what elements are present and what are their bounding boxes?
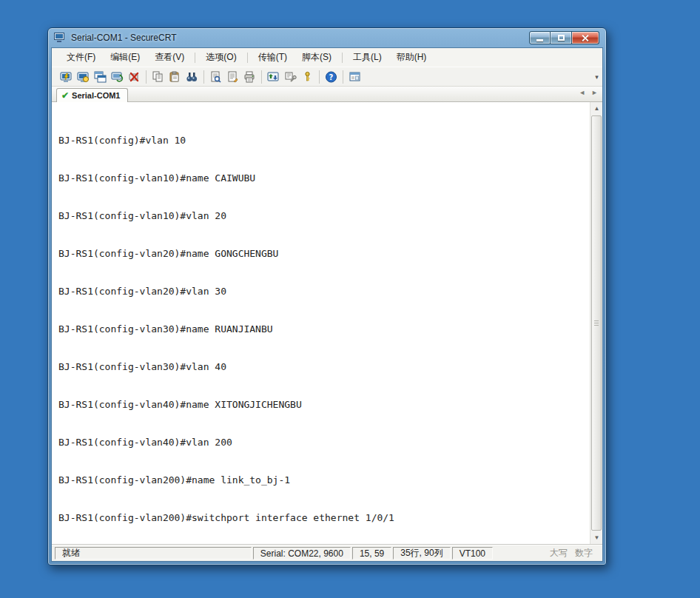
status-cursor-position: 15, 59 xyxy=(352,547,391,560)
menu-separator xyxy=(195,53,195,63)
quick-connect-icon[interactable] xyxy=(58,69,75,84)
tab-scroll-left-icon[interactable] xyxy=(579,89,585,96)
toolbar-separator xyxy=(203,70,204,84)
menu-tools[interactable]: 工具(L) xyxy=(346,48,389,67)
connected-check-icon xyxy=(61,90,69,101)
menu-script[interactable]: 脚本(S) xyxy=(295,48,339,67)
maximize-button[interactable] xyxy=(551,31,572,44)
help-icon[interactable]: ? xyxy=(323,69,340,84)
terminal-line: BJ-RS1(config-vlan40)#name XITONGJICHENG… xyxy=(58,398,583,411)
menu-edit[interactable]: 编辑(E) xyxy=(103,48,147,67)
tab-scroll-right-icon[interactable] xyxy=(591,89,598,96)
status-caps-lock: 大写 xyxy=(550,547,568,560)
window-title: Serial-COM1 - SecureCRT xyxy=(71,33,176,43)
terminal-area[interactable]: BJ-RS1(config)#vlan 10 BJ-RS1(config-vla… xyxy=(52,102,602,545)
menu-view[interactable]: 查看(V) xyxy=(147,48,192,67)
menu-bar: 文件(F) 编辑(E) 查看(V) 选项(O) 传输(T) 脚本(S) 工具(L… xyxy=(52,48,602,67)
file-transfer-icon[interactable] xyxy=(265,69,282,84)
vertical-scrollbar[interactable] xyxy=(590,102,602,544)
reconnect-icon[interactable] xyxy=(109,69,126,84)
status-serial: Serial: COM22, 9600 xyxy=(253,547,351,560)
session-options-icon[interactable] xyxy=(282,69,299,84)
close-button[interactable] xyxy=(572,31,599,44)
terminal-line: BJ-RS1(config-vlan20)#vlan 30 xyxy=(58,285,583,298)
terminal-line: BJ-RS1(config-vlan40)#vlan 200 xyxy=(58,436,583,448)
menu-separator xyxy=(342,53,343,63)
minimize-button[interactable] xyxy=(529,31,551,44)
securecrt-window: Serial-COM1 - SecureCRT 文件(F) 编辑(E) 查看(V… xyxy=(47,27,607,565)
terminal-output: BJ-RS1(config)#vlan 10 BJ-RS1(config-vla… xyxy=(52,102,602,545)
maximize-icon xyxy=(558,35,565,41)
terminal-line: BJ-RS1(config-vlan200)#name link_to_bj-1 xyxy=(58,474,583,486)
page-setup-icon[interactable] xyxy=(224,69,241,84)
connect-in-tab-icon[interactable] xyxy=(92,69,109,84)
scrollbar-grip xyxy=(594,320,599,326)
scroll-down-icon[interactable] xyxy=(590,531,602,544)
find-icon[interactable] xyxy=(184,69,201,84)
copy-icon[interactable] xyxy=(149,69,166,84)
terminal-line: BJ-RS1(config-vlan20)#name GONGCHENGBU xyxy=(58,247,583,260)
menu-separator xyxy=(247,53,248,63)
connect-icon[interactable] xyxy=(75,69,92,84)
scroll-up-icon[interactable] xyxy=(590,102,602,115)
toolbar-overflow-button[interactable] xyxy=(593,70,601,84)
app-icon xyxy=(54,33,66,43)
status-lock-indicators: 大写 数字 xyxy=(550,547,600,560)
status-num-lock: 数字 xyxy=(575,547,593,560)
close-icon xyxy=(582,34,590,42)
toolbar-separator xyxy=(146,70,147,84)
session-manager-icon[interactable] xyxy=(346,69,363,84)
toolbar-separator xyxy=(343,70,343,84)
terminal-line: BJ-RS1(config-vlan30)#vlan 40 xyxy=(58,360,583,373)
tab-scroll-nav xyxy=(579,89,598,96)
terminal-line: BJ-RS1(config)#vlan 10 xyxy=(58,134,583,147)
titlebar[interactable]: Serial-COM1 - SecureCRT xyxy=(48,28,606,47)
menu-help[interactable]: 帮助(H) xyxy=(389,48,434,67)
tab-serial-com1[interactable]: Serial-COM1 xyxy=(56,88,128,102)
status-ready: 就绪 xyxy=(55,547,252,560)
minimize-icon xyxy=(536,39,543,41)
menu-file[interactable]: 文件(F) xyxy=(59,48,103,67)
menu-options[interactable]: 选项(O) xyxy=(198,48,243,67)
svg-text:?: ? xyxy=(329,73,334,81)
status-terminal-size: 35行, 90列 xyxy=(393,547,450,560)
print-icon[interactable] xyxy=(241,69,258,84)
terminal-line: BJ-RS1(config-vlan30)#name RUANJIANBU xyxy=(58,323,583,335)
status-bar: 就绪 Serial: COM22, 9600 15, 59 35行, 90列 V… xyxy=(52,545,602,561)
key-icon[interactable] xyxy=(299,69,316,84)
disconnect-icon[interactable] xyxy=(126,69,143,84)
paste-icon[interactable] xyxy=(166,69,184,84)
menu-transfer[interactable]: 传输(T) xyxy=(251,48,295,67)
print-preview-icon[interactable] xyxy=(207,69,224,84)
terminal-line: BJ-RS1(config-vlan200)#switchport interf… xyxy=(58,511,583,524)
scrollbar-thumb[interactable] xyxy=(591,115,602,531)
toolbar: ? xyxy=(52,67,602,87)
tab-label: Serial-COM1 xyxy=(72,91,120,100)
status-emulation: VT100 xyxy=(452,547,493,560)
client-area: 文件(F) 编辑(E) 查看(V) 选项(O) 传输(T) 脚本(S) 工具(L… xyxy=(51,47,603,562)
terminal-line: BJ-RS1(config-vlan10)#vlan 20 xyxy=(58,209,583,222)
toolbar-separator xyxy=(261,70,262,84)
terminal-line: BJ-RS1(config-vlan10)#name CAIWUBU xyxy=(58,172,583,184)
toolbar-separator xyxy=(319,70,320,84)
tab-bar: Serial-COM1 xyxy=(52,87,602,102)
caption-buttons xyxy=(529,31,599,44)
